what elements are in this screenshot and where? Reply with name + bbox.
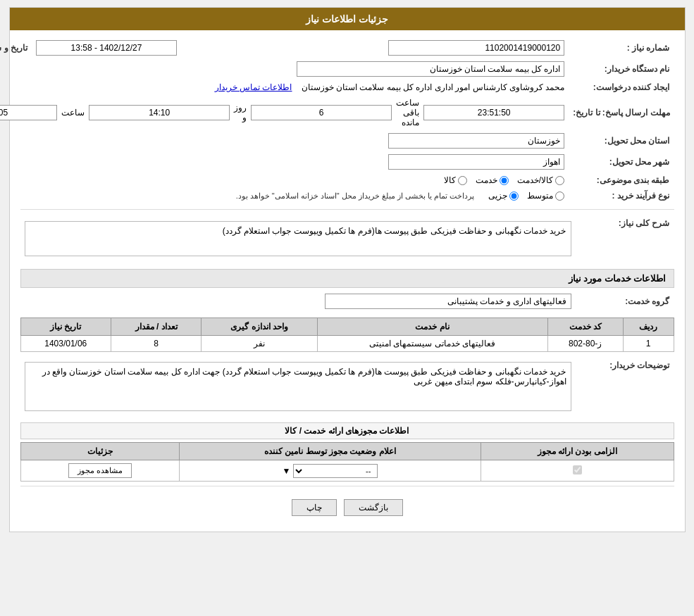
city-input: اهواز	[388, 154, 564, 170]
purchase-type-label: نوع فرآیند خرید :	[569, 188, 674, 203]
print-button[interactable]: چاپ	[292, 499, 337, 516]
province-value: خوزستان	[0, 130, 569, 151]
service-info-header: اطلاعات خدمات مورد نیاز	[20, 269, 674, 288]
announcement-date-label: تاریخ و ساعت اعلان عمومی:	[0, 37, 32, 58]
bottom-buttons: بازگشت چاپ	[20, 491, 674, 524]
purchase-type-partial: جزیی	[488, 191, 519, 201]
buyer-desc-row: توضیحات خریدار: خرید خدمات نگهبانی و حفا…	[20, 356, 674, 417]
license-status-select[interactable]: --	[293, 464, 378, 478]
need-desc-text: خرید خدمات نگهبانی و حفاظت فیزیکی طبق پی…	[223, 226, 566, 236]
buyer-org-value: اداره کل بیمه سلامت استان خوزستان	[0, 58, 569, 80]
license-row: -- ▼ مشاهده مجوز	[20, 460, 674, 482]
cell-quantity: 8	[111, 336, 202, 352]
cell-date: 1403/01/06	[20, 336, 111, 352]
license-table-body: -- ▼ مشاهده مجوز	[20, 460, 674, 482]
page-title: جزئیات اطلاعات نیاز	[306, 13, 388, 25]
col-date: تاریخ نیاز	[20, 318, 111, 336]
cell-unit: نفر	[202, 336, 317, 352]
buyer-desc-value: خرید خدمات نگهبانی و حفاظت فیزیکی طبق پی…	[20, 356, 576, 417]
license-col-details: جزئیات	[20, 443, 179, 460]
remaining-label: ساعت باقی مانده	[396, 98, 419, 127]
category-khidmat: خدمت	[476, 175, 509, 185]
license-table-head: الزامی بودن ارائه مجوز اعلام وضعیت مجوز …	[20, 443, 674, 460]
service-table-head: ردیف کد خدمت نام خدمت واحد اندازه گیری ت…	[20, 318, 674, 336]
purchase-type-radio-group: متوسط جزیی	[488, 191, 564, 201]
col-row: ردیف	[623, 318, 674, 336]
creator-label: ایجاد کننده درخواست:	[569, 80, 674, 95]
license-required-cell	[481, 460, 674, 482]
page-container: جزئیات اطلاعات نیاز شماره نیاز : 1102001…	[9, 7, 686, 532]
service-group-input: فعالیتهای اداری و خدمات پشتیبانی	[325, 294, 571, 309]
info-table: شماره نیاز : 1102001419000120 1402/12/27…	[0, 37, 674, 203]
buyer-org-input: اداره کل بیمه سلامت استان خوزستان	[297, 61, 564, 77]
category-row: طبقه بندی موضوعی: کالا/خدمت خدمت	[0, 172, 674, 188]
purchase-type-partial-label: جزیی	[488, 191, 507, 201]
buyer-desc-table: توضیحات خریدار: خرید خدمات نگهبانی و حفا…	[20, 356, 674, 417]
need-number-label: شماره نیاز :	[569, 37, 674, 58]
category-kala-khidmat: کالا/خدمت	[517, 175, 564, 185]
service-table-body: 1 ز-80-802 فعالیتهای خدماتی سیستمهای امن…	[20, 336, 674, 352]
license-col-status: اعلام وضعیت مجوز توسط نامین کننده	[179, 443, 481, 460]
category-kala-radio[interactable]	[458, 176, 467, 185]
deadline-time-value: 14:10	[89, 105, 230, 120]
category-khidmat-radio[interactable]	[500, 176, 509, 185]
category-kala-khidmat-label: کالا/خدمت	[517, 175, 553, 185]
license-table: الزامی بودن ارائه مجوز اعلام وضعیت مجوز …	[20, 442, 674, 482]
buyer-desc-text: خرید خدمات نگهبانی و حفاظت فیزیکی طبق پی…	[42, 367, 566, 386]
creator-row: ایجاد کننده درخواست: محمد کروشاوی کارشنا…	[0, 80, 674, 95]
province-row: استان محل تحویل: خوزستان	[0, 130, 674, 151]
page-header: جزئیات اطلاعات نیاز	[10, 8, 685, 30]
province-label: استان محل تحویل:	[569, 130, 674, 151]
service-group-value: فعالیتهای اداری و خدمات پشتیبانی	[20, 291, 576, 312]
col-code: کد خدمت	[547, 318, 623, 336]
creator-value: محمد کروشاوی کارشناس امور اداری اداره کل…	[181, 80, 569, 95]
cell-row: 1	[623, 336, 674, 352]
service-table-header-row: ردیف کد خدمت نام خدمت واحد اندازه گیری ت…	[20, 318, 674, 336]
col-quantity: تعداد / مقدار	[111, 318, 202, 336]
license-col-required: الزامی بودن ارائه مجوز	[481, 443, 674, 460]
need-number-input: 1102001419000120	[388, 40, 564, 56]
category-khidmat-label: خدمت	[476, 175, 497, 185]
category-label: طبقه بندی موضوعی:	[569, 172, 674, 188]
need-desc-row: شرح کلی نیاز: خرید خدمات نگهبانی و حفاظت…	[20, 214, 674, 263]
purchase-type-medium-radio[interactable]	[555, 191, 564, 201]
license-required-checkbox	[573, 465, 582, 474]
buyer-org-label: نام دستگاه خریدار:	[569, 58, 674, 80]
chevron-down-icon: ▼	[282, 466, 290, 476]
license-header-row: الزامی بودن ارائه مجوز اعلام وضعیت مجوز …	[20, 443, 674, 460]
service-data-table: ردیف کد خدمت نام خدمت واحد اندازه گیری ت…	[20, 318, 674, 352]
license-details-cell: مشاهده مجوز	[20, 460, 179, 482]
license-status-cell: -- ▼	[179, 460, 481, 482]
content-area: شماره نیاز : 1102001419000120 1402/12/27…	[10, 30, 685, 532]
category-radio-group: کالا/خدمت خدمت کالا	[0, 175, 564, 185]
back-button[interactable]: بازگشت	[344, 499, 403, 516]
col-name: نام خدمت	[317, 318, 547, 336]
category-kala-khidmat-radio[interactable]	[555, 176, 564, 185]
license-status-container: -- ▼	[185, 464, 475, 478]
contact-link[interactable]: اطلاعات تماس خریدار	[215, 82, 292, 92]
category-kala-label: کالا	[444, 175, 456, 185]
deadline-row: مهلت ارسال پاسخ: تا تاریخ: 23:51:50 ساعت…	[0, 95, 674, 130]
license-info-header: اطلاعات مجوزهای ارائه خدمت / کالا	[20, 422, 674, 439]
deadline-date-value: 1403/01/05	[0, 105, 57, 120]
purchase-type-medium: متوسط	[527, 191, 564, 201]
purchase-type-options: متوسط جزیی پرداخت تمام یا بخشی از مبلغ خ…	[0, 188, 569, 203]
category-options: کالا/خدمت خدمت کالا	[0, 172, 569, 188]
need-desc-value: خرید خدمات نگهبانی و حفاظت فیزیکی طبق پی…	[20, 214, 576, 263]
purchase-type-note: پرداخت تمام یا بخشی از مبلغ خریداز محل "…	[236, 191, 475, 201]
creator-text: محمد کروشاوی کارشناس امور اداری اداره کل…	[302, 82, 564, 92]
announcement-date-cell: 1402/12/27 - 13:58	[32, 37, 181, 58]
city-label: شهر محل تحویل:	[569, 151, 674, 172]
col-unit: واحد اندازه گیری	[202, 318, 317, 336]
cell-name: فعالیتهای خدماتی سیستمهای امنیتی	[317, 336, 547, 352]
time-label: ساعت	[61, 108, 85, 118]
purchase-type-partial-radio[interactable]	[509, 191, 519, 201]
deadline-days-value: 6	[251, 105, 392, 120]
need-number-row: شماره نیاز : 1102001419000120 1402/12/27…	[0, 37, 674, 58]
deadline-time-row: 23:51:50 ساعت باقی مانده 6 روز و 14:10 س…	[0, 98, 564, 127]
purchase-type-medium-label: متوسط	[527, 191, 553, 201]
purchase-type-row: نوع فرآیند خرید : متوسط جزیی	[0, 188, 674, 203]
deadline-remaining-value: 23:51:50	[423, 105, 564, 120]
table-row: 1 ز-80-802 فعالیتهای خدماتی سیستمهای امن…	[20, 336, 674, 352]
view-license-button[interactable]: مشاهده مجوز	[68, 463, 132, 478]
